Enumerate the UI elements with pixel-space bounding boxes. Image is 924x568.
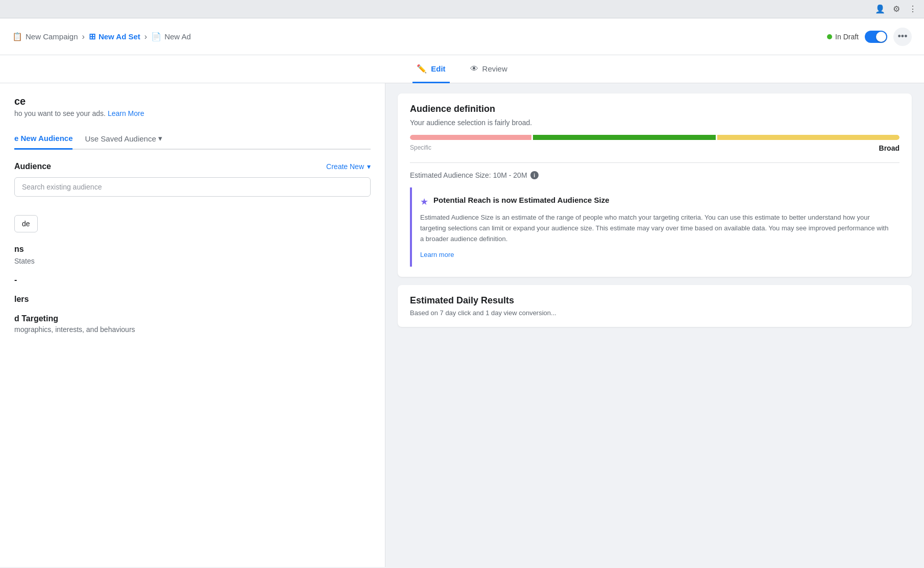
search-audience-input[interactable] xyxy=(14,177,371,197)
breadcrumb-ad-label: New Ad xyxy=(164,32,191,41)
main-content: ce ho you want to see your ads. Learn Mo… xyxy=(0,83,924,567)
reach-notice-learn-more[interactable]: Learn more xyxy=(420,251,454,258)
specific-label: Specific xyxy=(410,144,431,152)
dt-subtitle: mographics, interests, and behaviours xyxy=(14,325,371,334)
breadcrumb-sep-2: › xyxy=(144,32,147,41)
draft-toggle[interactable] xyxy=(865,31,887,43)
browser-bar: 👤 ⚙ ⋮ xyxy=(0,0,924,18)
guide-button-label: de xyxy=(22,220,30,228)
additional-label: lers xyxy=(14,295,371,304)
use-saved-audience-wrapper: Use Saved Audience ▾ xyxy=(85,134,162,143)
audience-definition-card: Audience definition Your audience select… xyxy=(398,93,912,277)
broad-label: Broad xyxy=(879,144,899,152)
locations-section: ns States xyxy=(14,245,371,265)
more-browser-icon[interactable]: ⋮ xyxy=(908,4,918,14)
breadcrumb-new-ad-set[interactable]: ⊞ New Ad Set xyxy=(89,32,140,41)
breadcrumb-campaign-label: New Campaign xyxy=(26,32,78,41)
create-new-arrow-icon: ▾ xyxy=(367,162,371,171)
edr-subtitle: Based on 7 day click and 1 day view conv… xyxy=(410,309,899,317)
breadcrumb-new-ad[interactable]: 📄 New Ad xyxy=(151,32,191,41)
reach-notice-title: Potential Reach is now Estimated Audienc… xyxy=(433,196,610,204)
audience-section-title: Audience xyxy=(14,162,51,171)
review-tab-icon: 👁 xyxy=(470,64,478,74)
location-detail: States xyxy=(14,257,371,265)
right-panel: Audience definition Your audience select… xyxy=(385,83,924,567)
create-new-audience-tab[interactable]: e New Audience xyxy=(14,129,72,150)
header-bar: 📋 New Campaign › ⊞ New Ad Set › 📄 New Ad… xyxy=(0,18,924,55)
section-subtitle: ho you want to see your ads. Learn More xyxy=(14,109,371,117)
edit-tab-icon: ✏️ xyxy=(417,64,427,74)
audience-section-header: Audience Create New ▾ xyxy=(14,162,371,171)
ad-icon: 📄 xyxy=(151,32,161,41)
locations-title: ns xyxy=(14,245,371,254)
user-browser-icon[interactable]: 👤 xyxy=(875,4,885,14)
tab-review[interactable]: 👁 Review xyxy=(466,56,512,83)
in-draft-dot xyxy=(827,34,832,39)
in-draft-label: In Draft xyxy=(835,33,859,41)
meter-specific-segment xyxy=(410,135,531,140)
estimated-size-label: Estimated Audience Size: 10M - 20M xyxy=(410,171,527,179)
detailed-targeting-section: d Targeting mographics, interests, and b… xyxy=(14,314,371,334)
estimated-audience-size: Estimated Audience Size: 10M - 20M i xyxy=(410,171,899,179)
learn-more-link[interactable]: Learn More xyxy=(108,109,144,117)
use-saved-audience-tab[interactable]: Use Saved Audience ▾ xyxy=(85,129,162,150)
audience-section: Audience Create New ▾ xyxy=(14,162,371,197)
campaign-icon: 📋 xyxy=(12,32,22,41)
section-subtitle-text: ho you want to see your ads. xyxy=(14,109,106,117)
create-new-audience-label: e New Audience xyxy=(14,134,72,143)
dropdown-arrow-icon: ▾ xyxy=(158,134,162,143)
meter-labels: Specific Broad xyxy=(410,144,899,152)
left-panel: ce ho you want to see your ads. Learn Mo… xyxy=(0,83,385,567)
section-title: ce xyxy=(14,96,371,107)
tab-edit-label: Edit xyxy=(431,64,445,73)
card-divider xyxy=(410,162,899,163)
meter-bar xyxy=(410,135,899,140)
estimated-daily-results-card: Estimated Daily Results Based on 7 day c… xyxy=(398,285,912,327)
edr-title: Estimated Daily Results xyxy=(410,295,899,306)
use-saved-audience-label: Use Saved Audience xyxy=(85,134,156,143)
header-right: In Draft ••• xyxy=(827,28,912,46)
search-input-container xyxy=(14,177,371,197)
reach-notice: ★ Potential Reach is now Estimated Audie… xyxy=(410,187,899,267)
in-draft-badge: In Draft xyxy=(827,33,859,41)
meter-broad-segment xyxy=(717,135,899,140)
demographic-item: - xyxy=(14,275,371,285)
ad-set-icon: ⊞ xyxy=(89,32,95,41)
tabs-bar: ✏️ Edit 👁 Review xyxy=(0,55,924,83)
dt-title: d Targeting xyxy=(14,314,371,323)
more-options-button[interactable]: ••• xyxy=(893,28,912,46)
star-icon: ★ xyxy=(420,196,428,207)
demographic-label: - xyxy=(14,275,371,285)
audience-meter: Specific Broad xyxy=(410,135,899,152)
reach-notice-header: ★ Potential Reach is now Estimated Audie… xyxy=(420,196,891,207)
breadcrumb-new-campaign[interactable]: 📋 New Campaign xyxy=(12,32,78,41)
tab-review-label: Review xyxy=(482,64,507,73)
reach-notice-body: Estimated Audience Size is an estimate o… xyxy=(420,212,891,244)
audience-definition-title: Audience definition xyxy=(410,104,899,114)
audience-definition-subtitle: Your audience selection is fairly broad. xyxy=(410,119,899,127)
breadcrumb-ad-set-label: New Ad Set xyxy=(99,32,140,41)
create-new-button[interactable]: Create New ▾ xyxy=(326,162,371,171)
create-new-label: Create New xyxy=(326,162,364,171)
breadcrumb-sep-1: › xyxy=(82,32,85,41)
guide-button[interactable]: de xyxy=(14,215,38,232)
info-icon[interactable]: i xyxy=(530,171,539,179)
tab-edit[interactable]: ✏️ Edit xyxy=(412,56,449,83)
settings-browser-icon[interactable]: ⚙ xyxy=(891,4,902,14)
audience-tabs: e New Audience Use Saved Audience ▾ xyxy=(14,128,371,150)
meter-middle-segment xyxy=(533,135,715,140)
breadcrumb: 📋 New Campaign › ⊞ New Ad Set › 📄 New Ad xyxy=(12,32,827,41)
additional-label-text: lers xyxy=(14,295,371,304)
